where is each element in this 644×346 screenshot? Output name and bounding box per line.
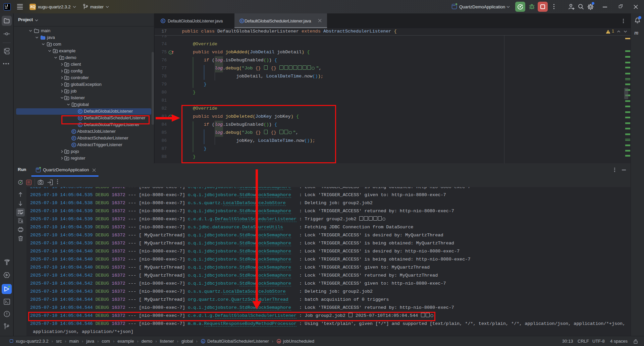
svg-text:C: C: [73, 136, 75, 140]
svg-text:I: I: [170, 51, 171, 54]
svg-text:m: m: [278, 340, 280, 343]
svg-text:C: C: [241, 19, 243, 22]
svg-text:C: C: [79, 110, 81, 113]
svg-text:C: C: [73, 130, 75, 133]
svg-text:C: C: [202, 340, 204, 343]
svg-text:C: C: [162, 19, 164, 22]
svg-text:C: C: [73, 143, 75, 147]
